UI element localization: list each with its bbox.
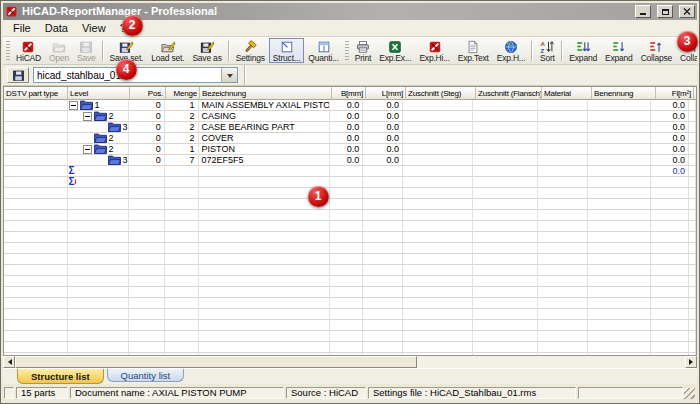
cell-empty [473,309,539,320]
menu-item-view[interactable]: View [75,21,113,36]
save-set-icon [118,40,134,54]
resize-grip[interactable] [684,388,695,399]
column-header-zsteg[interactable]: Zuschnitt (Steg) [406,87,476,100]
cell-material [538,133,588,144]
cell-empty [330,254,364,265]
folder-icon [94,111,107,121]
print-button[interactable]: Print [351,38,375,63]
maximize-button[interactable] [657,5,673,18]
menu-item-data[interactable]: Data [38,21,75,36]
combo-dropdown-button[interactable] [221,68,237,82]
column-header-fl[interactable]: Fl[m²] [656,87,694,100]
tab-structure-list[interactable]: Structure list [17,369,104,384]
annotation-circle-1: 1 [308,186,329,207]
cell-empty [129,298,165,309]
cell-empty [403,276,472,287]
save-settings-button[interactable] [7,67,29,83]
cell-empty [403,243,472,254]
save-as-button[interactable]: Save as [188,38,225,63]
export-text-icon [465,40,481,54]
cell-zflansch [473,144,539,155]
export-text-button[interactable]: Exp.Text [454,38,493,63]
toolbar-grip[interactable] [6,41,10,61]
column-header-zflansch[interactable]: Zuschnitt (Flansch) [476,87,542,100]
cell-empty [538,320,588,331]
view-tabs: Structure listQuantity list [3,368,697,384]
hicad-button[interactable]: HiCAD [12,38,45,63]
column-header-level[interactable]: Level [68,87,130,100]
sort-button[interactable]: AZSort [535,38,559,63]
expand-all-button[interactable]: Expand [565,38,601,63]
cell-empty [4,320,68,331]
export-html-button[interactable]: Exp.H... [493,38,530,63]
cell-empty [165,276,199,287]
table-empty-row [4,254,696,265]
cell-empty [129,254,165,265]
table-row[interactable]: 307072EF5F50.00.00.0 [4,155,696,166]
toolbar-grip[interactable] [345,41,349,61]
column-header-benennung[interactable]: Benennung [592,87,656,100]
structure-list-button[interactable]: Struct... [269,38,305,63]
cell-filler [689,100,696,111]
cell-l: 0.0 [363,111,403,122]
cell-empty [68,188,130,199]
minimize-button[interactable] [635,5,651,18]
column-header-b[interactable]: B[mm] [332,87,366,100]
cell-menge: 2 [165,122,199,133]
scrollbar-track[interactable] [417,356,685,368]
expand-button[interactable]: Expand [601,38,637,63]
column-header-menge[interactable]: Menge [166,87,200,100]
export-excel-button[interactable]: Exp.Ex... [375,38,415,63]
cell-b [330,177,364,188]
arrow-right-icon [689,359,696,365]
cell-empty [199,353,330,355]
scroll-right-button[interactable] [685,356,697,368]
column-header-pos[interactable]: Pos. [130,87,166,100]
cell-filler [689,177,696,188]
cell-bez: PISTON [199,144,330,155]
cell-empty [199,298,330,309]
tree-expander-minus[interactable] [83,145,92,154]
scroll-left-button[interactable] [3,356,15,368]
tree-expander-minus[interactable] [69,101,78,110]
column-header-bez[interactable]: Bezeichnung [200,87,332,100]
horizontal-scrollbar[interactable] [3,356,697,368]
menu-item-file[interactable]: File [6,21,38,36]
cell-b: 0.0 [330,100,364,111]
close-button[interactable] [679,5,695,18]
cell-empty [473,276,539,287]
cell-filler [689,276,696,287]
scrollbar-thumb[interactable] [15,356,417,368]
quantity-list-button[interactable]: Quanti... [304,38,342,63]
cell-filler [689,342,696,353]
cell-zsteg [403,155,472,166]
export-hicad-button[interactable]: Exp.Hi... [415,38,453,63]
title-bar[interactable]: HiCAD-ReportManager - Professional [3,3,697,20]
tree-expander-minus[interactable] [83,112,92,121]
load-set-button[interactable]: Load set. [147,38,188,63]
table-row[interactable]: 202CASING0.00.00.0 [4,111,696,122]
sum-i-row[interactable]: Σi [4,177,696,188]
table-empty-row [4,287,696,298]
cell-empty [473,232,539,243]
collapse-button[interactable]: Collapse [637,38,676,63]
column-header-material[interactable]: Material [542,87,592,100]
column-header-l[interactable]: L[mm] [366,87,406,100]
column-header-dstv[interactable]: DSTV part type [4,87,68,100]
cell-filler [689,144,696,155]
cell-l: 0.0 [363,122,403,133]
cell-dstv [4,100,68,111]
settings-button[interactable]: Settings [232,38,269,63]
table-row[interactable]: 302CASE BEARING PART0.00.00.0 [4,122,696,133]
table-row[interactable]: 202COVER0.00.00.0 [4,133,696,144]
cell-empty [538,254,588,265]
sum-row[interactable]: Σ0.0 [4,166,696,177]
tab-quantity-list[interactable]: Quantity list [107,369,185,382]
cell-empty [199,320,330,331]
table-row[interactable]: 201PISTON0.00.00.0 [4,144,696,155]
cell-filler [689,254,696,265]
cell-filler [689,188,696,199]
table-empty-row [4,188,696,199]
table-row[interactable]: 101MAIN ASSEMBLY AXIAL PISTON PUMP0.00.0… [4,100,696,111]
open-button-label: Open [49,54,69,63]
